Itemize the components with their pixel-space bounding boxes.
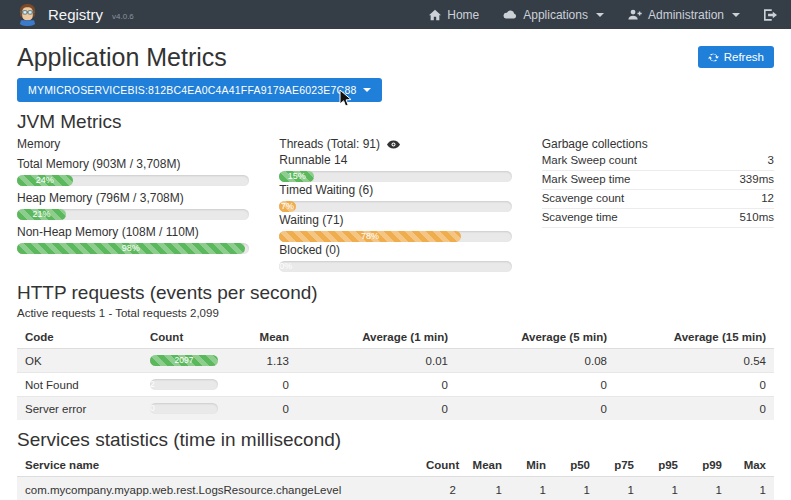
nav-item-applications[interactable]: Applications	[503, 8, 604, 22]
gc-row: Scavenge count12	[542, 190, 774, 209]
gc-title: Garbage collections	[542, 137, 774, 152]
app-version: v4.0.6	[112, 12, 134, 21]
cell-count: 0	[142, 397, 242, 421]
home-icon	[429, 9, 441, 21]
progress-percent-label: 98%	[122, 243, 140, 253]
gc-row-value: 510ms	[739, 211, 774, 224]
memory-metric-label: Heap Memory (796M / 3,708M)	[17, 192, 249, 205]
refresh-icon	[708, 51, 719, 63]
cell-mean: 1.13	[242, 349, 297, 373]
services-column-header: Max	[730, 454, 774, 477]
gc-row-label: Mark Sweep time	[542, 173, 631, 186]
thread-progress-track: 0%	[279, 261, 511, 272]
nav-item-administration[interactable]: Administration	[628, 8, 740, 22]
services-column-header: p50	[554, 454, 598, 477]
eye-icon[interactable]	[387, 137, 400, 152]
cell-code: Server error	[17, 397, 142, 421]
gc-row-value: 339ms	[739, 173, 774, 186]
nav-item-sign-out[interactable]	[764, 9, 777, 21]
nav-item-home[interactable]: Home	[429, 8, 479, 22]
memory-column: Memory Total Memory (903M / 3,708M)24%He…	[17, 137, 249, 273]
cell-avg-15min: 0	[615, 397, 774, 421]
http-requests-table: CodeCountMeanAverage (1 min)Average (5 m…	[17, 326, 774, 420]
http-requests-summary: Active requests 1 - Total requests 2,099	[17, 307, 774, 319]
gc-row-label: Scavenge count	[542, 192, 624, 205]
cell-code: OK	[17, 349, 142, 373]
cell-avg-15min: 0.54	[615, 349, 774, 373]
cell-avg-1min: 0	[297, 373, 456, 397]
threads-title: Threads (Total: 91)	[279, 137, 380, 152]
memory-progress-bar: 98%	[17, 243, 245, 254]
brand-link[interactable]: Registry v4.0.6	[16, 3, 134, 26]
sign-out-icon	[764, 9, 777, 21]
count-progress-track: 2097	[150, 355, 218, 366]
services-column-header: Count	[418, 454, 464, 477]
cell-count: 2	[142, 373, 242, 397]
thread-metric-label: Blocked (0)	[279, 244, 511, 257]
refresh-button[interactable]: Refresh	[698, 46, 774, 68]
cloud-icon	[503, 9, 517, 20]
gc-row-value: 3	[768, 154, 774, 167]
services-table-header-row: Service nameCountMeanMinp50p75p95p99Max	[17, 454, 774, 477]
memory-metric-label: Total Memory (903M / 3,708M)	[17, 158, 249, 171]
gc-row-value: 12	[761, 192, 774, 205]
progress-percent-label: 0%	[279, 261, 292, 271]
cell-p95: 1	[642, 477, 686, 500]
cell-p99: 1	[686, 477, 730, 500]
memory-title: Memory	[17, 137, 249, 152]
gc-row: Mark Sweep count3	[542, 152, 774, 171]
http-requests-heading: HTTP requests (events per second)	[17, 282, 774, 304]
memory-progress-track: 24%	[17, 175, 249, 186]
cell-count: 2	[418, 477, 464, 500]
memory-progress-bar: 21%	[17, 209, 66, 220]
cell-avg-5min: 0	[456, 373, 615, 397]
progress-percent-label: 24%	[36, 175, 54, 185]
http-column-header: Average (5 min)	[456, 326, 615, 349]
http-table-header-row: CodeCountMeanAverage (1 min)Average (5 m…	[17, 326, 774, 349]
thread-metric-label: Waiting (71)	[279, 214, 511, 227]
jvm-metrics-heading: JVM Metrics	[17, 111, 774, 133]
count-value-label: 2	[150, 379, 155, 389]
http-table-row: OK20971.130.010.080.54	[17, 349, 774, 373]
gc-row-label: Mark Sweep count	[542, 154, 637, 167]
progress-percent-label: 7%	[281, 201, 294, 211]
thread-progress-bar: 15%	[279, 171, 314, 182]
thread-progress-bar: 7%	[279, 201, 295, 212]
jvm-metrics-grid: Memory Total Memory (903M / 3,708M)24%He…	[17, 137, 774, 273]
user-plus-icon	[628, 9, 642, 20]
service-table-row: com.mycompany.myapp.web.rest.LogsResourc…	[17, 477, 774, 500]
cell-max: 1	[730, 477, 774, 500]
cell-mean: 0	[242, 373, 297, 397]
progress-percent-label: 15%	[288, 171, 306, 181]
services-column-header: Min	[510, 454, 554, 477]
progress-percent-label: 21%	[32, 209, 50, 219]
thread-metric-label: Runnable 14	[279, 154, 511, 167]
services-column-header: p75	[598, 454, 642, 477]
nav-item-label: Administration	[648, 8, 724, 22]
services-statistics-heading: Services statistics (time in millisecond…	[17, 429, 774, 451]
cell-count: 2097	[142, 349, 242, 373]
services-statistics-table: Service nameCountMeanMinp50p75p95p99Max …	[17, 454, 774, 500]
chevron-down-icon	[596, 13, 604, 17]
http-column-header: Average (15 min)	[615, 326, 774, 349]
thread-progress-track: 7%	[279, 201, 511, 212]
http-column-header: Mean	[242, 326, 297, 349]
http-table-row: Server error00000	[17, 397, 774, 421]
navbar: Registry v4.0.6 HomeApplicationsAdminist…	[0, 0, 791, 29]
instance-selector-dropdown[interactable]: MYMICROSERVICEBIS:812BC4EA0C4A41FFA9179A…	[17, 78, 382, 102]
gc-row-label: Scavenge time	[542, 211, 618, 224]
progress-percent-label: 78%	[361, 231, 379, 241]
services-column-header: Service name	[17, 454, 418, 477]
main-content: Application Metrics Refresh MYMICROSERVI…	[0, 43, 791, 500]
chevron-down-icon	[732, 13, 740, 17]
count-progress-bar: 2097	[150, 355, 218, 366]
memory-progress-track: 21%	[17, 209, 249, 220]
cell-avg-5min: 0.08	[456, 349, 615, 373]
cell-avg-5min: 0	[456, 397, 615, 421]
services-column-header: p95	[642, 454, 686, 477]
count-progress-track: 2	[150, 379, 218, 390]
memory-progress-bar: 24%	[17, 175, 73, 186]
cell-mean: 0	[242, 397, 297, 421]
cell-code: Not Found	[17, 373, 142, 397]
thread-progress-bar: 78%	[279, 231, 460, 242]
